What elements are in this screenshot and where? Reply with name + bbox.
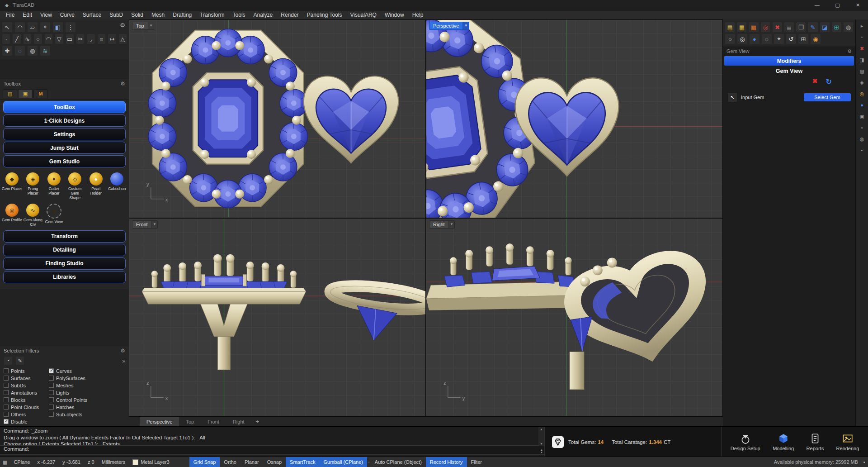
panel-c-icon[interactable]: ▤ [859,67,866,75]
tab-perspective[interactable]: Perspective [140,417,179,426]
worksession-icon[interactable]: ❐ [796,22,806,33]
filter-others[interactable]: Others [4,411,49,417]
trim-icon[interactable]: ✂ [76,33,85,44]
menu-render[interactable]: Render [277,10,302,19]
layer-indicator[interactable]: Metal Layer3 [129,459,173,465]
alert-icon[interactable]: ◎ [859,90,866,97]
curve-icon[interactable]: ∿ [23,33,32,44]
auto-cplane-toggle[interactable]: Auto CPlane (Object) [371,457,426,467]
save-icon[interactable]: ▦ [736,22,747,33]
viewport-perspective-dropdown-icon[interactable]: ▾ [463,22,469,30]
menu-curve[interactable]: Curve [56,10,79,19]
close-red-icon[interactable]: ✖ [859,45,866,52]
filter-lights[interactable]: Lights [49,390,125,396]
case-tab[interactable]: ▣ [18,89,33,98]
control-points-icon[interactable]: ◌ [14,45,25,56]
scroll-up-icon[interactable]: ▲ [540,427,543,432]
filters-expand-chevrons[interactable]: » [122,358,125,364]
select-mode-icon[interactable]: ◔ [4,356,13,365]
planar-toggle[interactable]: Planar [241,457,263,467]
ortho-toggle[interactable]: Ortho [220,457,241,467]
viewport-front-label[interactable]: Front ▾ [132,220,158,229]
design-setup-button[interactable]: Design Setup [731,433,760,451]
cutter-placer-tool[interactable]: ✦ Cutter Placer [43,172,65,200]
reports-button[interactable]: Reports [807,433,824,451]
tab-front[interactable]: Front [201,417,226,426]
layer-palette-icon[interactable]: ▩ [748,22,759,33]
circle-icon[interactable]: ○ [33,33,42,44]
sphere-tool-icon[interactable]: ● [749,33,760,44]
filter-sub-objects[interactable]: Sub-objects [49,411,125,417]
web-browser-icon[interactable]: ◍ [843,22,854,33]
selection-filters-gear-icon[interactable]: ⚙ [120,348,125,354]
filter-toggle[interactable]: Filter [467,457,486,467]
filter-hatches[interactable]: Hatches [49,404,125,410]
filter-control-points[interactable]: Control Points [49,397,125,403]
rendering-button[interactable]: Rendering [836,433,859,451]
units-indicator[interactable]: Millimeters [98,459,129,465]
osnap-toggle[interactable]: Osnap [263,457,286,467]
viewport-right-dropdown-icon[interactable]: ▾ [449,220,455,229]
filter-polysurfaces[interactable]: PolySurfaces [49,375,125,381]
menu-window[interactable]: Window [381,10,408,19]
rectangle-icon[interactable]: ▭ [66,33,74,44]
viewport-front[interactable]: z x Front ▾ [129,219,425,416]
menu-help[interactable]: Help [408,10,428,19]
panel-a-icon[interactable]: ▫ [859,33,866,41]
menu-analyze[interactable]: Analyze [250,10,277,19]
fillet-icon[interactable]: ◞ [86,33,95,44]
panel-g-icon[interactable]: ◍ [859,135,866,143]
osnap-icon[interactable]: ⌖ [40,22,51,33]
extend-icon[interactable]: ↦ [108,33,116,44]
record-history-toggle[interactable]: Record History [426,457,467,467]
gem-view-gear-icon[interactable]: ⚙ [847,48,852,54]
viewport-perspective[interactable]: Perspective ▾ [426,20,722,218]
menu-subd[interactable]: SubD [105,10,127,19]
more-tools-icon[interactable]: ⋮ [65,22,76,33]
menu-surface[interactable]: Surface [79,10,105,19]
filter-brush-icon[interactable]: ✎ [15,356,24,365]
gumball-toggle[interactable]: Gumball (CPlane) [320,457,367,467]
color-wheel-icon[interactable]: ◉ [810,33,821,44]
snap-target-icon[interactable]: ◎ [760,22,771,33]
shelf-tab[interactable]: ▤ [3,89,17,98]
filter-annotations[interactable]: Annotations [4,390,49,396]
circle-tool-icon[interactable]: ○ [725,33,736,44]
panel-b-icon[interactable]: ◨ [859,56,866,63]
viewport-top-label[interactable]: Top ▾ [132,22,154,30]
menu-paneling-tools[interactable]: Paneling Tools [303,10,346,19]
finding-studio-button[interactable]: Finding Studio [3,257,126,270]
modifiers-bar[interactable]: Modifiers [724,56,854,66]
gem-studio-button[interactable]: Gem Studio [3,155,126,167]
maximize-button[interactable]: ▢ [827,0,848,10]
panel-d-icon[interactable]: ◈ [859,79,866,86]
command-scrollbar[interactable]: ▲ ▼ [538,427,544,446]
add-point-icon[interactable]: ✚ [2,45,13,56]
gem-placer-tool[interactable]: ◆ Gem Placer [1,172,23,200]
menu-transform[interactable]: Transform [196,10,228,19]
offset-icon[interactable]: ≡ [97,33,106,44]
menu-tools[interactable]: Tools [229,10,250,19]
select-gem-button[interactable]: Select Gem [804,93,851,101]
cplane-icon[interactable]: ▱ [27,22,38,33]
sphere-icon[interactable]: ● [859,101,866,109]
viewport-right-label[interactable]: Right ▾ [429,220,455,229]
shaded-view-icon[interactable]: ◧ [52,22,63,33]
arc-icon[interactable]: ◠ [44,33,53,44]
minimize-button[interactable]: — [807,0,827,10]
filter-meshes[interactable]: Meshes [49,382,125,388]
menu-file[interactable]: File [2,10,19,19]
smarttrack-toggle[interactable]: SmartTrack [286,457,319,467]
transform-button[interactable]: Transform [3,230,126,243]
panel-e-icon[interactable]: ▣ [859,113,866,120]
modelling-button[interactable]: Modelling [773,433,794,451]
delete-icon[interactable]: ✖ [772,22,783,33]
toolbar-gear-icon[interactable]: ⚙ [120,22,125,29]
pipe-icon[interactable]: ◍ [27,45,38,56]
m-tab[interactable]: M [33,89,48,98]
command-spinner[interactable]: ▲▼ [540,448,543,454]
open-folder-icon[interactable]: ▤ [725,22,735,33]
gem-view-refresh-icon[interactable]: ↻ [826,77,832,86]
loft-icon[interactable]: △ [118,33,127,44]
gem-profile-tool[interactable]: ◎ Gem Profile [1,204,23,227]
